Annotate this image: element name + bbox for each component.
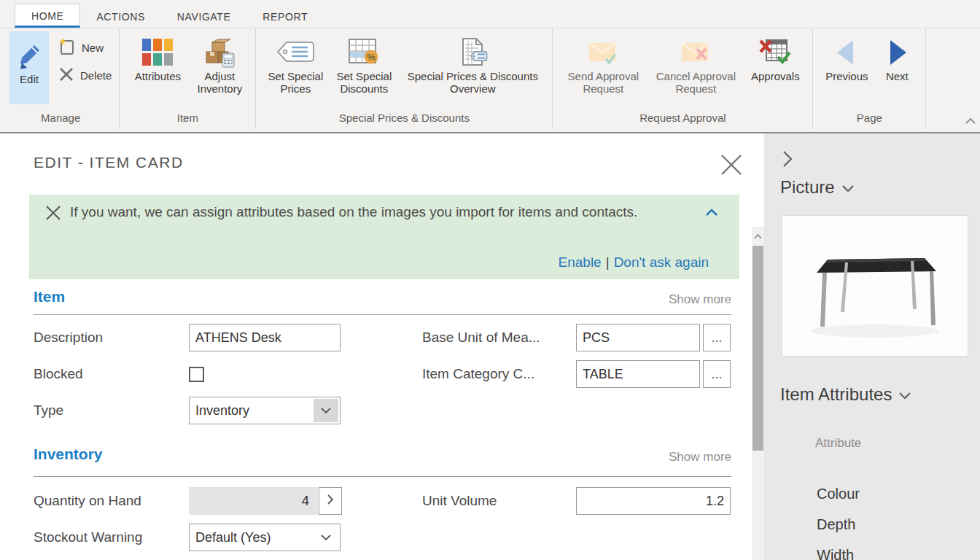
picture-title: Picture (780, 177, 835, 198)
item-section-divider (34, 314, 731, 315)
item-card-window: HOME ACTIONS NAVIGATE REPORT Edit (0, 0, 980, 560)
group-label-page: Page (857, 109, 882, 128)
item-picture[interactable] (782, 215, 968, 357)
previous-label: Previous (825, 71, 868, 83)
desk-image (782, 216, 968, 356)
quantity-drilldown-button[interactable] (319, 487, 342, 515)
picture-section-header[interactable]: Picture (780, 177, 855, 198)
approvals-button[interactable]: Approvals (745, 31, 805, 83)
cancel-approval-request-button[interactable]: Cancel Approval Request (649, 31, 742, 96)
enable-link[interactable]: Enable (559, 254, 602, 270)
tab-home[interactable]: HOME (15, 4, 80, 28)
close-icon[interactable] (719, 152, 744, 177)
group-label-manage: Manage (41, 109, 80, 128)
new-button[interactable]: New (58, 37, 112, 58)
edit-label: Edit (20, 74, 39, 86)
factbox-panel: Picture Item Attributes (764, 133, 980, 560)
special-prices-discounts-overview-button[interactable]: Special Prices & Discounts Overview (400, 31, 545, 96)
envelope-x-icon (678, 34, 713, 71)
document-tag-icon (456, 34, 489, 71)
scrollbar-thumb[interactable] (752, 246, 763, 451)
attribute-row-depth[interactable]: Depth (817, 516, 855, 533)
collapse-ribbon-icon[interactable] (965, 114, 976, 128)
ellipsis-icon: ... (711, 367, 722, 382)
x-mark-icon (58, 66, 75, 85)
collapse-notification-icon[interactable] (704, 206, 719, 219)
item-category-field[interactable] (576, 360, 700, 388)
base-unit-field[interactable] (576, 324, 700, 351)
boxes-calculator-icon (203, 34, 236, 71)
delete-label: Delete (80, 69, 112, 82)
base-unit-lookup-button[interactable]: ... (703, 324, 731, 351)
price-tag-icon (275, 34, 316, 71)
expand-panel-icon[interactable] (782, 149, 793, 171)
chevron-down-icon[interactable] (314, 526, 338, 549)
group-label-item: Item (177, 109, 198, 128)
send-approval-request-button[interactable]: Send Approval Request (560, 31, 646, 96)
item-category-lookup-button[interactable]: ... (703, 360, 731, 388)
chevron-down-icon[interactable] (314, 399, 338, 422)
scroll-up-icon[interactable] (753, 230, 763, 243)
ribbon: HOME ACTIONS NAVIGATE REPORT Edit (0, 0, 980, 133)
grid-check-icon (758, 34, 793, 71)
cancel-approval-request-label: Cancel Approval Request (649, 71, 742, 96)
item-attributes-section-header[interactable]: Item Attributes (780, 384, 911, 405)
send-approval-request-label: Send Approval Request (560, 71, 646, 96)
group-label-request-approval: Request Approval (639, 109, 726, 128)
adjust-inventory-label: Adjust Inventory (191, 71, 248, 96)
inventory-section-title: Inventory (34, 446, 103, 463)
stockout-warning-value: Default (Yes) (190, 530, 314, 545)
delete-button[interactable]: Delete (58, 66, 112, 85)
attribute-row-width[interactable]: Width (817, 547, 854, 560)
ribbon-group-page: Previous Next Page (813, 28, 926, 129)
tab-actions[interactable]: ACTIONS (80, 5, 160, 28)
page-title: EDIT - ITEM CARD (34, 154, 184, 171)
ribbon-group-request-approval: Send Approval Request Cancel Approval Re… (553, 28, 813, 129)
base-unit-label: Base Unit of Mea... (422, 324, 540, 351)
triangle-right-icon (881, 34, 913, 71)
quantity-on-hand-value: 4 (189, 487, 318, 515)
type-label: Type (34, 397, 63, 424)
previous-button[interactable]: Previous (820, 31, 873, 83)
description-label: Description (34, 324, 103, 351)
next-label: Next (886, 71, 909, 83)
envelope-check-icon (586, 34, 621, 71)
next-button[interactable]: Next (876, 31, 918, 83)
adjust-inventory-button[interactable]: Adjust Inventory (191, 31, 248, 96)
tab-report[interactable]: REPORT (246, 5, 324, 28)
notification-banner: If you want, we can assign attributes ba… (29, 195, 739, 279)
edit-button[interactable]: Edit (9, 31, 49, 104)
unit-volume-label: Unit Volume (422, 487, 497, 515)
unit-volume-field[interactable] (576, 487, 731, 515)
type-value: Inventory (190, 403, 314, 419)
ribbon-tabs: HOME ACTIONS NAVIGATE REPORT (0, 0, 980, 28)
quantity-on-hand-label: Quantity on Hand (34, 487, 141, 515)
dismiss-notification-icon[interactable] (45, 205, 61, 221)
description-field[interactable] (189, 324, 341, 351)
dont-ask-again-link[interactable]: Don't ask again (614, 254, 709, 270)
blocked-checkbox[interactable] (189, 367, 204, 382)
vertical-scrollbar[interactable] (752, 227, 764, 560)
attribute-column-header: Attribute (815, 436, 861, 451)
ribbon-toolbar: Edit New Delete (0, 28, 980, 129)
link-separator: | (602, 254, 614, 270)
type-dropdown[interactable]: Inventory (189, 397, 341, 424)
group-label-special-prices: Special Prices & Discounts (339, 109, 470, 128)
tab-navigate[interactable]: NAVIGATE (161, 5, 247, 28)
inventory-section-divider (34, 476, 731, 477)
attributes-button[interactable]: Attributes (127, 31, 188, 83)
notification-message: If you want, we can assign attributes ba… (70, 201, 643, 225)
inventory-show-more-link[interactable]: Show more (669, 450, 731, 464)
set-special-discounts-label: Set Special Discounts (330, 71, 397, 96)
set-special-prices-button[interactable]: Set Special Prices (263, 31, 327, 96)
ribbon-group-special-prices: Set Special Prices % Set Special Discoun… (256, 28, 553, 129)
blocked-label: Blocked (34, 360, 83, 388)
special-prices-discounts-overview-label: Special Prices & Discounts Overview (400, 71, 545, 96)
item-attributes-title: Item Attributes (780, 384, 892, 405)
item-show-more-link[interactable]: Show more (669, 292, 731, 307)
table-percent-icon: % (346, 34, 381, 71)
set-special-discounts-button[interactable]: % Set Special Discounts (330, 31, 397, 96)
pencil-icon (15, 37, 44, 74)
attribute-row-colour[interactable]: Colour (817, 486, 860, 502)
stockout-warning-dropdown[interactable]: Default (Yes) (189, 524, 341, 551)
